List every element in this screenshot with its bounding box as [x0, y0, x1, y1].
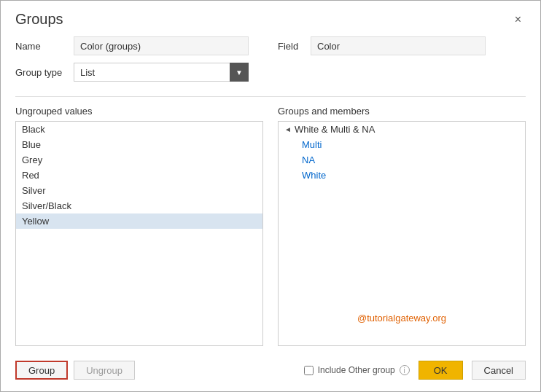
- tree-child-item[interactable]: White: [279, 168, 525, 183]
- name-label: Name: [15, 41, 74, 52]
- field-input: [311, 36, 486, 55]
- list-item[interactable]: Blue: [16, 137, 262, 152]
- tree-child-item[interactable]: NA: [279, 152, 525, 168]
- tree-toggle-icon: ◄: [284, 125, 292, 133]
- cancel-button[interactable]: Cancel: [472, 361, 526, 380]
- groups-column: Groups and members ◄ White & Multi & NA …: [278, 106, 526, 346]
- list-item-yellow[interactable]: Yellow: [16, 213, 262, 229]
- lists-section: Ungrouped values Black Blue Grey Red Sil…: [1, 97, 540, 355]
- ok-button[interactable]: OK: [419, 361, 463, 380]
- include-other-label[interactable]: Include Other group i: [304, 365, 410, 375]
- list-item[interactable]: Red: [16, 168, 262, 183]
- name-input[interactable]: [74, 36, 249, 55]
- include-other-text: Include Other group: [318, 365, 395, 375]
- group-type-select[interactable]: List Bin: [74, 63, 249, 82]
- tree-child-item[interactable]: Multi: [279, 137, 525, 152]
- form-section: Name Field Group type List Bin: [1, 34, 540, 96]
- footer-right: Include Other group i OK Cancel: [304, 361, 526, 380]
- groups-heading: Groups and members: [278, 106, 526, 117]
- group-type-select-wrapper: List Bin: [74, 63, 249, 82]
- ungrouped-heading: Ungrouped values: [15, 106, 263, 117]
- field-label: Field: [278, 41, 311, 52]
- ungroup-button[interactable]: Ungroup: [74, 361, 135, 380]
- list-item[interactable]: Black: [16, 122, 262, 137]
- close-button[interactable]: ×: [510, 12, 526, 28]
- group-type-label: Group type: [15, 67, 74, 78]
- footer-left: Group Ungroup: [15, 361, 135, 380]
- footer: Group Ungroup Include Other group i OK C…: [1, 355, 540, 391]
- info-icon[interactable]: i: [400, 365, 410, 375]
- ungrouped-list[interactable]: Black Blue Grey Red Silver Silver/Black …: [15, 121, 263, 346]
- include-other-checkbox[interactable]: [304, 366, 314, 375]
- groups-list[interactable]: ◄ White & Multi & NA Multi NA White @tut…: [278, 121, 526, 346]
- ungrouped-column: Ungrouped values Black Blue Grey Red Sil…: [15, 106, 263, 346]
- group-type-row: Group type List Bin: [15, 63, 526, 82]
- name-row: Name Field: [15, 36, 526, 55]
- group-label: White & Multi & NA: [295, 124, 375, 135]
- list-item[interactable]: Silver: [16, 183, 262, 198]
- tree-group-item[interactable]: ◄ White & Multi & NA: [279, 122, 525, 137]
- groups-dialog: Groups × Name Field Group type List Bin: [0, 0, 541, 392]
- group-button[interactable]: Group: [15, 361, 68, 380]
- watermark: @tutorialgateway.org: [357, 313, 446, 324]
- list-item[interactable]: Silver/Black: [16, 198, 262, 213]
- list-item[interactable]: Grey: [16, 152, 262, 168]
- title-bar: Groups ×: [1, 1, 540, 34]
- dialog-title: Groups: [15, 11, 63, 28]
